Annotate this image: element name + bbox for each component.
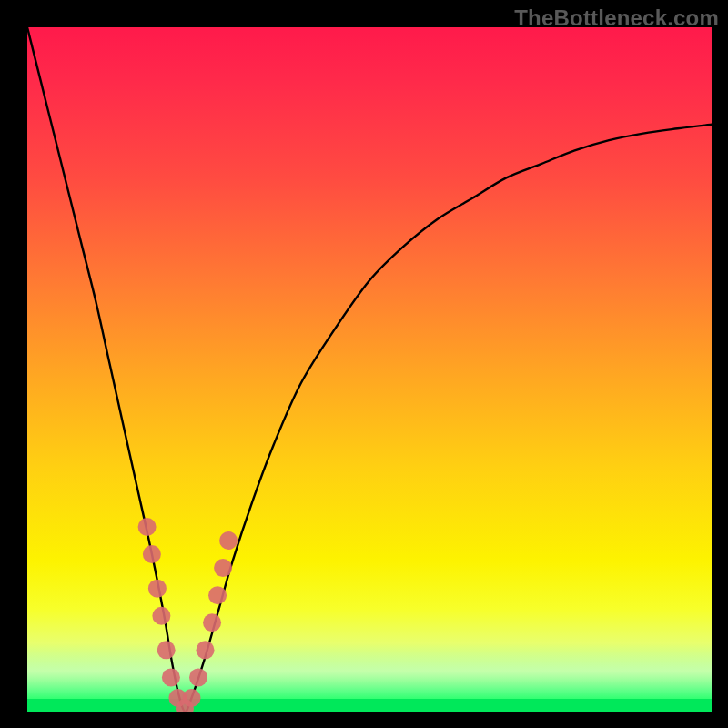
- marker-dot: [208, 586, 227, 604]
- marker-dot: [157, 641, 176, 659]
- watermark-text: TheBottleneck.com: [514, 5, 719, 31]
- chart-frame: TheBottleneck.com: [0, 0, 728, 728]
- marker-dot: [152, 607, 170, 625]
- bottleneck-curve-svg: [27, 27, 712, 712]
- marker-dot: [138, 518, 157, 536]
- marker-dots-group: [138, 518, 238, 712]
- marker-dot: [189, 668, 207, 686]
- marker-dot: [203, 613, 221, 632]
- plot-area: [27, 27, 712, 712]
- bottleneck-curve-path: [27, 27, 712, 712]
- marker-dot: [214, 559, 232, 577]
- curve-group: [27, 27, 712, 712]
- marker-dot: [148, 580, 167, 598]
- marker-dot: [197, 641, 215, 659]
- marker-dot: [219, 531, 238, 550]
- marker-dot: [182, 689, 200, 707]
- marker-dot: [143, 545, 161, 563]
- marker-dot: [162, 668, 180, 686]
